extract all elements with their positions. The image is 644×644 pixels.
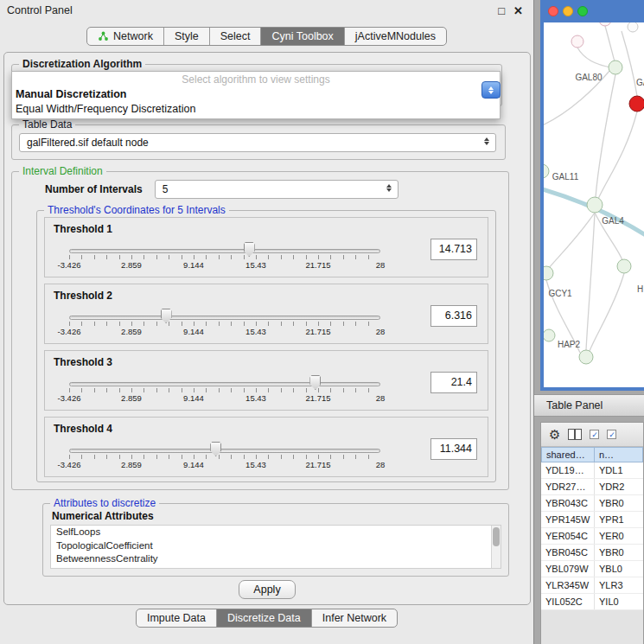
- control-panel-titlebar: Control Panel □ ✕: [0, 0, 533, 21]
- tab-cyni-toolbox[interactable]: Cyni Toolbox: [261, 28, 344, 45]
- cell[interactable]: YER054C: [541, 528, 595, 544]
- table-header-row: shared… n…: [541, 447, 643, 462]
- slider-track[interactable]: [69, 382, 380, 386]
- table-data-combobox[interactable]: galFiltered.sif default node: [19, 133, 496, 152]
- table-row[interactable]: YDL19…YDL1: [541, 462, 643, 479]
- columns-icon[interactable]: [568, 429, 582, 440]
- table-row[interactable]: YDR27…YDR2: [541, 479, 643, 495]
- cell[interactable]: YLR3: [595, 577, 643, 593]
- zoom-traffic-light[interactable]: [577, 6, 588, 16]
- cell[interactable]: YLR345W: [541, 577, 595, 593]
- table-row[interactable]: YLR345WYLR3: [541, 577, 643, 594]
- close-icon[interactable]: ✕: [513, 4, 523, 17]
- cell[interactable]: YBL0: [595, 561, 643, 577]
- apply-button[interactable]: Apply: [239, 580, 295, 599]
- number-of-intervals-combobox[interactable]: 5: [155, 180, 399, 199]
- cell[interactable]: YBR0: [595, 495, 643, 511]
- gear-icon[interactable]: ⚙: [549, 428, 560, 441]
- threshold-2-slider[interactable]: -3.426 2.859 9.144 15.43 21.715 28: [69, 309, 380, 340]
- tab-network[interactable]: Network: [87, 28, 164, 45]
- algorithm-combo-stepper[interactable]: [481, 81, 501, 99]
- tab-jactivemnodules[interactable]: jActiveMNodules: [345, 28, 446, 45]
- control-panel: Control Panel □ ✕ Network Style: [0, 0, 534, 644]
- network-node[interactable]: [609, 61, 622, 74]
- column-header-name[interactable]: n…: [595, 447, 643, 462]
- column-header-shared-name[interactable]: shared…: [541, 447, 595, 462]
- minimize-traffic-light[interactable]: [563, 6, 573, 16]
- table-row[interactable]: YIL052CYIL0: [541, 594, 643, 610]
- cell[interactable]: YBR0: [595, 545, 643, 560]
- top-tabbar: Network Style Select Cyni Toolbox jActiv…: [0, 27, 533, 46]
- list-item[interactable]: BetweennessCentrality: [51, 552, 501, 566]
- list-scrollbar[interactable]: [491, 526, 501, 568]
- cell[interactable]: YDR2: [595, 479, 643, 494]
- threshold-4-slider[interactable]: -3.426 2.859 9.144 15.43 21.715 28: [69, 442, 380, 473]
- slider-track[interactable]: [69, 449, 380, 453]
- slider-track[interactable]: [69, 316, 380, 320]
- table-row[interactable]: YBL079WYBL0: [541, 561, 643, 577]
- numerical-attributes-list[interactable]: SelfLoops TopologicalCoefficient Between…: [50, 525, 501, 569]
- threshold-3-value-field[interactable]: 21.4: [430, 372, 477, 393]
- table-row[interactable]: YBR043CYBR0: [541, 495, 643, 512]
- cell[interactable]: YDR27…: [541, 479, 595, 494]
- cell[interactable]: YDL19…: [541, 462, 595, 478]
- threshold-3-label: Threshold 3: [54, 356, 112, 368]
- cell[interactable]: YBR045C: [541, 545, 595, 560]
- dropdown-option-manual[interactable]: Manual Discretization: [16, 88, 500, 100]
- threshold-3-slider[interactable]: -3.426 2.859 9.144 15.43 21.715 28: [69, 375, 380, 406]
- network-node-selected[interactable]: [629, 96, 644, 112]
- tab-select[interactable]: Select: [210, 28, 262, 45]
- network-node[interactable]: [599, 22, 611, 26]
- cell[interactable]: YIL0: [595, 594, 643, 609]
- slider-track[interactable]: [69, 249, 380, 253]
- threshold-2-value-field[interactable]: 6.316: [430, 305, 477, 327]
- network-node[interactable]: [544, 266, 553, 280]
- network-node[interactable]: [579, 350, 593, 364]
- number-of-intervals-row: Number of Intervals 5: [45, 180, 508, 199]
- list-item[interactable]: TopologicalCoefficient: [51, 539, 501, 553]
- scale-label: 21.715: [305, 460, 330, 469]
- network-node[interactable]: [544, 164, 549, 178]
- tab-infer-network[interactable]: Infer Network: [312, 609, 397, 627]
- threshold-1-value-field[interactable]: 14.713: [430, 239, 477, 260]
- threshold-4-value-field[interactable]: 11.344: [430, 438, 477, 460]
- cell[interactable]: YER0: [595, 528, 643, 544]
- tab-select-label: Select: [220, 30, 251, 42]
- cell[interactable]: YPR145W: [541, 512, 595, 527]
- tab-style[interactable]: Style: [164, 28, 210, 45]
- scrollbar-thumb[interactable]: [493, 527, 500, 546]
- network-node[interactable]: [587, 197, 603, 213]
- network-node[interactable]: [628, 22, 638, 32]
- cell[interactable]: YPR1: [595, 512, 643, 527]
- scale-label: 9.144: [183, 260, 204, 270]
- table-row[interactable]: YPR145WYPR1: [541, 512, 643, 528]
- network-node[interactable]: [544, 329, 555, 341]
- checkbox-icon[interactable]: ✓: [607, 430, 616, 439]
- scale-label: 15.43: [245, 327, 266, 336]
- cell[interactable]: YBL079W: [541, 561, 595, 577]
- list-item[interactable]: SelfLoops: [51, 526, 501, 539]
- slider-scale: -3.426 2.859 9.144 15.43 21.715 28: [69, 327, 380, 337]
- network-node[interactable]: [571, 35, 583, 48]
- dropdown-option-equal-width[interactable]: Equal Width/Frequency Discretization: [16, 103, 500, 115]
- slider-ticks: [69, 322, 380, 326]
- checkbox-icon[interactable]: ✓: [590, 430, 599, 439]
- network-node[interactable]: [617, 259, 631, 273]
- tab-discretize-data-label: Discretize Data: [227, 612, 301, 624]
- tab-style-label: Style: [175, 30, 199, 42]
- tab-discretize-data[interactable]: Discretize Data: [217, 609, 312, 627]
- cell[interactable]: YIL052C: [541, 594, 595, 609]
- float-window-icon[interactable]: □: [498, 4, 505, 17]
- tab-impute-data[interactable]: Impute Data: [137, 609, 217, 627]
- threshold-1-slider[interactable]: -3.426 2.859 9.144 15.43 21.715 28: [69, 242, 380, 273]
- threshold-1-label: Threshold 1: [54, 223, 112, 235]
- combo-arrows-icon: [386, 184, 392, 192]
- cell[interactable]: YDL1: [595, 462, 643, 478]
- close-traffic-light[interactable]: [548, 6, 558, 16]
- table-row[interactable]: YBR045CYBR0: [541, 545, 643, 561]
- table-row[interactable]: YER054CYER0: [541, 528, 643, 545]
- slider-scale: -3.426 2.859 9.144 15.43 21.715 28: [69, 393, 380, 404]
- network-canvas[interactable]: GAL80 GAL11 GAL4 GCY1 HAP2 GA H: [544, 22, 644, 387]
- cell[interactable]: YBR043C: [541, 495, 595, 511]
- interval-definition-group: Interval Definition Number of Intervals …: [11, 165, 509, 490]
